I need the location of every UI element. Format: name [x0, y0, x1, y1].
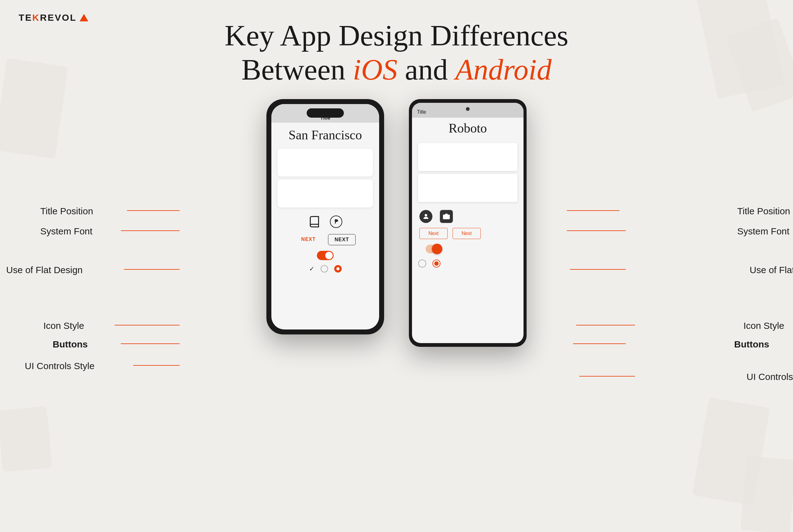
logo-text: TEKREVOL [19, 13, 76, 23]
ios-toggle-row [271, 248, 379, 263]
logo: TEKREVOL [19, 13, 88, 23]
android-card-1 [418, 143, 517, 171]
line-android-flat-design [570, 269, 626, 270]
line-ios-icon-style [115, 325, 180, 325]
line-android-title-position [567, 210, 620, 211]
svg-point-0 [425, 214, 427, 216]
ios-radio-empty[interactable] [321, 265, 328, 272]
ios-book-icon [308, 215, 321, 229]
ios-button-outline[interactable]: NEXT [328, 234, 356, 245]
title-line1: Key App Design Differences [225, 19, 568, 52]
ios-checkbox-row: ✓ [271, 263, 379, 274]
ios-card-1 [278, 149, 373, 176]
line-ios-buttons [121, 343, 180, 344]
android-toggle[interactable] [426, 245, 442, 253]
ios-button-text[interactable]: NEXT [295, 234, 322, 245]
main-title: Key App Design Differences Between iOS a… [211, 19, 582, 87]
android-radio-selected[interactable] [432, 260, 440, 268]
line-android-buttons [573, 343, 626, 344]
android-phone-screen: Title Roboto [412, 103, 524, 343]
android-radio-row [412, 256, 524, 271]
line-ios-flat-design [124, 269, 180, 270]
ios-phone: Title San Francisco ₱ NEXT NEXT [266, 99, 384, 335]
ios-card-2 [278, 179, 373, 208]
logo-triangle-icon [80, 14, 88, 21]
title-ios: iOS [353, 53, 397, 86]
android-phone: Title Roboto [409, 99, 527, 347]
line-android-system-font [567, 230, 626, 231]
android-toggle-section [412, 242, 524, 256]
android-camera [466, 107, 470, 111]
android-camera-icon [440, 210, 453, 223]
android-person-icon [419, 210, 432, 223]
ios-payment-icon: ₱ [330, 215, 342, 228]
android-button-1[interactable]: Next [419, 228, 448, 239]
android-title-label: Title [417, 109, 426, 115]
ios-icons-row: ₱ [271, 211, 379, 232]
ios-radio-filled[interactable] [334, 265, 342, 272]
title-android: Android [455, 53, 552, 86]
line-android-icon-style [576, 325, 635, 325]
line-ios-title-position [127, 210, 180, 211]
android-font-name: Roboto [412, 118, 524, 140]
android-card-2 [418, 174, 517, 202]
title-and: and [397, 53, 455, 86]
line-android-ui-controls [579, 376, 635, 377]
ios-toggle-knob [325, 252, 333, 259]
ios-toggle[interactable] [317, 251, 334, 260]
line-ios-ui-controls [133, 365, 180, 366]
android-buttons-row: Next Next [412, 225, 524, 242]
phones-container: Title San Francisco ₱ NEXT NEXT [266, 99, 527, 347]
android-icons-row [412, 205, 524, 225]
android-button-2[interactable]: Next [453, 228, 481, 239]
ios-notch [307, 108, 344, 118]
ios-font-name: San Francisco [271, 122, 379, 146]
line-ios-system-font [121, 230, 180, 231]
android-radio-empty[interactable] [418, 260, 426, 268]
ios-buttons-row: NEXT NEXT [271, 232, 379, 248]
android-toggle-knob [432, 244, 442, 254]
ios-checkmark-icon: ✓ [309, 265, 315, 272]
ios-phone-screen: Title San Francisco ₱ NEXT NEXT [271, 104, 379, 329]
title-between: Between [241, 53, 353, 86]
